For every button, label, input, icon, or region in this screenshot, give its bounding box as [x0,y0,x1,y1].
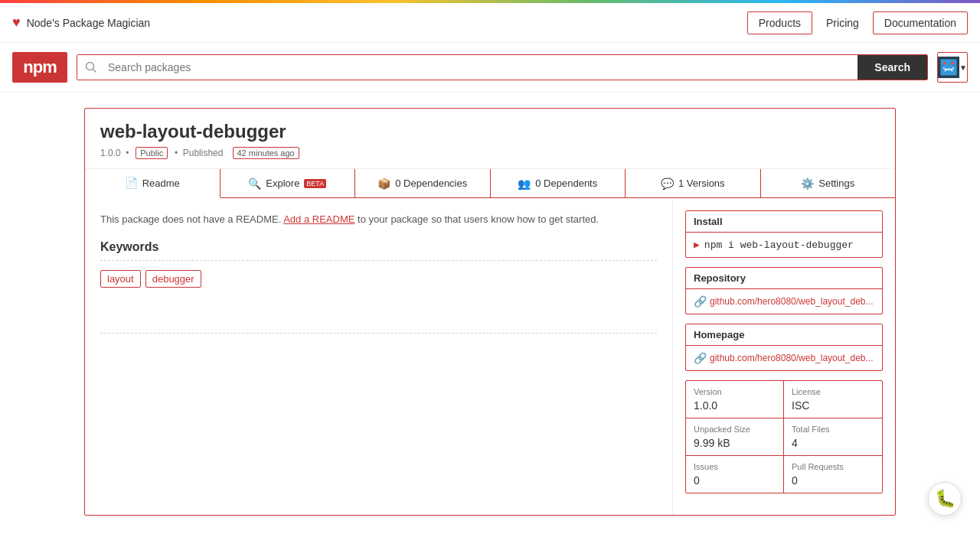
svg-rect-8 [945,69,953,70]
left-panel: This package does not have a README. Add… [85,198,673,515]
version-value: 1.0.0 [694,399,776,412]
bug-reporter-button[interactable]: 🐛 [928,482,962,516]
license-label: License [792,387,874,396]
tab-readme[interactable]: 📄 Readme [85,169,220,198]
header-right: Products Pricing Documentation [747,11,968,34]
header-nav: ♥ Node's Package Magician Products Prici… [0,3,980,43]
tab-dependents[interactable]: 👥 0 Dependents [491,169,626,197]
version-label: Version [694,387,776,396]
tab-explore[interactable]: 🔍 Explore BETA [220,169,356,197]
readme-notice: This package does not have a README. Add… [100,213,657,225]
avatar[interactable]: ▼ [937,52,968,83]
homepage-header: Homepage [686,324,882,346]
issues-label: Issues [694,462,776,471]
homepage-icon: 🔗 [694,352,707,364]
homepage-section: Homepage 🔗 github.com/hero8080/web_layou… [685,324,883,371]
stat-unpacked: Unpacked Size 9.99 kB [686,418,784,456]
readme-add-link[interactable]: Add a README [283,213,354,225]
dependents-tab-icon: 👥 [518,177,531,190]
repository-section: Repository 🔗 github.com/hero8080/web_lay… [685,267,883,314]
dependencies-tab-icon: 📦 [377,177,390,190]
svg-rect-9 [945,70,946,72]
site-title: Node's Package Magician [27,17,150,29]
avatar-dropdown-icon: ▼ [959,63,967,72]
keywords-section: Keywords layout debugger [100,240,657,288]
svg-rect-4 [943,62,946,65]
search-bar-row: npm Search ▼ [0,43,980,93]
total-files-value: 4 [792,437,874,449]
tab-dependencies[interactable]: 📦 0 Dependencies [355,169,491,197]
tab-settings-label: Settings [818,177,854,189]
keyword-debugger[interactable]: debugger [145,270,201,288]
search-form: Search [77,54,928,80]
readme-tab-icon: 📄 [125,177,138,189]
published-time: 42 minutes ago [233,147,299,159]
pull-requests-label: Pull Requests [792,462,874,471]
products-button[interactable]: Products [747,11,812,34]
keywords-title: Keywords [100,240,657,261]
stat-pull-requests: Pull Requests 0 [784,456,882,493]
stat-version: Version 1.0.0 [686,381,784,418]
stat-issues: Issues 0 [686,456,784,493]
package-card: web-layout-debugger 1.0.0 • Public • Pub… [84,108,896,516]
install-command: ▶ npm i web-layout-debugger [694,239,874,251]
heart-icon: ♥ [12,15,21,31]
readme-notice-text: This package does not have a README. [100,213,281,225]
svg-rect-6 [943,67,945,69]
install-body: ▶ npm i web-layout-debugger [686,233,882,257]
package-meta: 1.0.0 • Public • Published 42 minutes ag… [100,147,880,159]
unpacked-label: Unpacked Size [694,425,776,434]
homepage-body: 🔗 github.com/hero8080/web_layout_deb... [686,346,882,370]
pull-requests-value: 0 [792,474,874,487]
repository-body: 🔗 github.com/hero8080/web_layout_deb... [686,289,882,314]
search-button[interactable]: Search [858,55,927,80]
cmd-prompt-icon: ▶ [694,239,700,251]
package-header: web-layout-debugger 1.0.0 • Public • Pub… [85,109,895,169]
readme-suffix: to your package so that users know how t… [358,213,599,225]
repository-link[interactable]: 🔗 github.com/hero8080/web_layout_deb... [694,295,874,308]
svg-rect-5 [952,62,955,65]
stats-grid: Version 1.0.0 License ISC Unpacked Size … [685,380,883,493]
visibility-badge: Public [136,147,168,159]
tab-explore-label: Explore [266,177,299,189]
pricing-link[interactable]: Pricing [815,12,870,34]
unpacked-value: 9.99 kB [694,437,776,449]
settings-tab-icon: ⚙️ [801,177,814,190]
issues-value: 0 [694,474,776,487]
keywords-list: layout debugger [100,270,657,288]
tabs-row: 📄 Readme 🔍 Explore BETA 📦 0 Dependencies… [85,169,895,198]
install-header: Install [686,211,882,233]
header-left: ♥ Node's Package Magician [12,15,150,31]
tab-dependents-label: 0 Dependents [535,177,597,189]
repository-header: Repository [686,268,882,289]
documentation-button[interactable]: Documentation [873,11,968,34]
explore-tab-icon: 🔍 [248,177,261,190]
versions-tab-icon: 💬 [661,177,674,190]
tab-readme-label: Readme [142,177,180,189]
svg-rect-10 [952,70,953,72]
package-version: 1.0.0 [100,148,121,158]
package-name: web-layout-debugger [100,121,880,142]
tab-versions-label: 1 Versions [678,177,725,189]
package-body: This package does not have a README. Add… [85,198,895,515]
homepage-link[interactable]: 🔗 github.com/hero8080/web_layout_deb... [694,352,874,364]
tab-settings[interactable]: ⚙️ Settings [761,169,896,197]
search-icon [77,55,105,80]
svg-rect-12 [954,64,956,67]
svg-rect-7 [952,67,954,69]
empty-section [100,303,657,334]
total-files-label: Total Files [792,425,874,434]
homepage-url: github.com/hero8080/web_layout_deb... [710,353,874,363]
main-content: web-layout-debugger 1.0.0 • Public • Pub… [69,108,911,516]
keyword-layout[interactable]: layout [100,270,141,288]
repository-icon: 🔗 [694,295,707,308]
license-value: ISC [792,399,874,412]
published-label: Published [183,148,224,158]
svg-rect-11 [942,64,943,67]
tab-versions[interactable]: 💬 1 Versions [626,169,761,197]
tab-dependencies-label: 0 Dependencies [395,177,467,189]
repository-url: github.com/hero8080/web_layout_deb... [710,296,874,307]
npm-logo: npm [12,52,67,83]
right-panel: Install ▶ npm i web-layout-debugger Repo… [673,198,895,515]
search-input[interactable] [105,55,858,80]
